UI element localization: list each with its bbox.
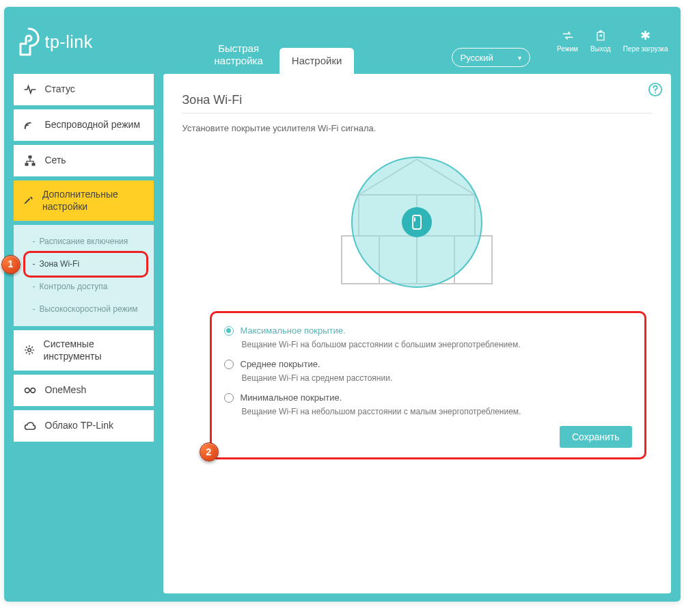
sidebar-item-label: OneMesh [45,384,87,397]
language-value: Русский [461,53,493,63]
logout-button[interactable]: Выход [590,29,611,53]
svg-rect-0 [28,156,31,159]
option-label: Среднее покрытие. [241,359,320,369]
radio-icon [224,360,234,369]
brand-logo: tp-link [16,27,93,56]
page-title: Зона Wi-Fi [182,93,652,107]
option-max: Максимальное покрытие. Вещание Wi-Fi на … [224,325,632,349]
wifi-icon [23,118,37,132]
mode-label: Режим [557,45,578,53]
save-row: Сохранить [224,426,632,448]
logout-label: Выход [590,45,611,53]
sidebar-sub-label: Зона Wi-Fi [40,259,80,269]
sidebar-item-status[interactable]: Статус [14,74,154,105]
content-panel: Зона Wi-Fi Установите покрытие усилителя… [163,74,671,593]
tab-settings[interactable]: Настройки [279,48,355,74]
sidebar-sub-access-control[interactable]: Контроль доступа [14,276,154,298]
body: Статус Беспроводной режим Сеть Дополните… [4,74,681,602]
brand-text: tp-link [45,32,93,52]
svg-rect-2 [31,163,35,165]
sidebar-item-label: Облако TP-Link [45,420,113,432]
sidebar-item-network[interactable]: Сеть [14,145,154,176]
svg-point-3 [27,349,31,352]
option-label: Минимальное покрытие. [241,392,342,403]
sidebar-item-label: Системные инструменты [44,338,144,362]
option-mid: Среднее покрытие. Вещание Wi-Fi на средн… [224,359,632,383]
mode-button[interactable]: Режим [557,29,578,53]
page-subtitle: Установите покрытие усилителя Wi-Fi сигн… [182,123,652,133]
help-button[interactable] [648,82,663,97]
swap-icon [561,29,575,42]
svg-point-14 [402,207,432,237]
option-label: Максимальное покрытие. [241,325,346,336]
tab-quick-setup[interactable]: Быстрая настройка [202,36,275,74]
reboot-label: Пере загрузка [623,45,668,53]
annotation-callout-1: 1 [1,255,20,274]
radio-max-coverage[interactable]: Максимальное покрытие. [224,325,632,336]
svg-point-4 [25,388,29,393]
radio-icon [224,393,234,403]
sidebar-sub-schedule[interactable]: Расписание включения [14,230,154,253]
radio-mid-coverage[interactable]: Среднее покрытие. [224,359,632,369]
sidebar-sub-label: Контроль доступа [40,282,108,292]
app-frame: tp-link Быстрая настройка Настройки Русс… [4,7,681,602]
svg-rect-1 [25,163,28,165]
radio-icon [224,326,234,336]
cloud-icon [23,419,37,433]
radio-min-coverage[interactable]: Минимальное покрытие. [224,392,632,403]
advanced-submenu: Расписание включения Зона Wi-Fi 1 Контро… [14,225,154,326]
option-desc: Вещание Wi-Fi на среднем расстоянии. [242,373,632,383]
svg-point-5 [30,388,35,393]
option-min: Минимальное покрытие. Вещание Wi-Fi на н… [224,392,632,416]
pulse-icon [23,83,37,96]
header-tabs: Быстрая настройка Настройки [202,36,355,74]
sidebar-sub-label: Высокоскоростной режим [40,304,138,314]
sidebar-item-cloud[interactable]: Облако TP-Link [14,410,154,442]
sidebar-sub-high-speed[interactable]: Высокоскоростной режим [14,298,154,321]
sidebar-item-label: Дополнительные настройки [42,189,144,213]
sidebar-item-onemesh[interactable]: OneMesh [14,375,154,406]
language-select[interactable]: Русский ▾ [452,48,530,67]
network-icon [23,154,37,168]
wrench-icon [23,194,34,208]
option-desc: Вещание Wi-Fi на небольшом расстоянии с … [242,407,632,416]
coverage-options: 2 Максимальное покрытие. Вещание Wi-Fi н… [210,311,646,459]
save-button[interactable]: Сохранить [560,426,632,448]
sidebar-item-wireless[interactable]: Беспроводной режим [14,109,154,141]
header: tp-link Быстрая настройка Настройки Русс… [4,7,681,74]
sidebar-item-label: Беспроводной режим [45,119,141,131]
onemesh-icon [23,384,37,397]
reboot-button[interactable]: ✱ Пере загрузка [623,29,668,53]
sidebar: Статус Беспроводной режим Сеть Дополните… [14,74,154,593]
tp-link-logo-icon [16,27,41,56]
annotation-callout-2: 2 [200,442,219,461]
sidebar-item-label: Статус [45,83,75,96]
option-desc: Вещание Wi-Fi на большом расстоянии с бо… [242,340,632,349]
chevron-down-icon: ▾ [518,54,521,62]
sidebar-item-label: Сеть [45,155,66,167]
gear-icon [23,344,36,358]
sidebar-item-system-tools[interactable]: Системные инструменты [14,330,154,371]
top-actions: Режим Выход ✱ Пере загрузка [557,29,668,53]
sidebar-item-advanced[interactable]: Дополнительные настройки [14,180,154,221]
sidebar-sub-label: Расписание включения [40,237,128,247]
divider [182,113,652,113]
sidebar-sub-wifi-zone[interactable]: Зона Wi-Fi 1 [14,253,154,276]
coverage-illustration [182,147,652,297]
loading-icon: ✱ [639,29,653,42]
logout-icon [594,29,607,42]
